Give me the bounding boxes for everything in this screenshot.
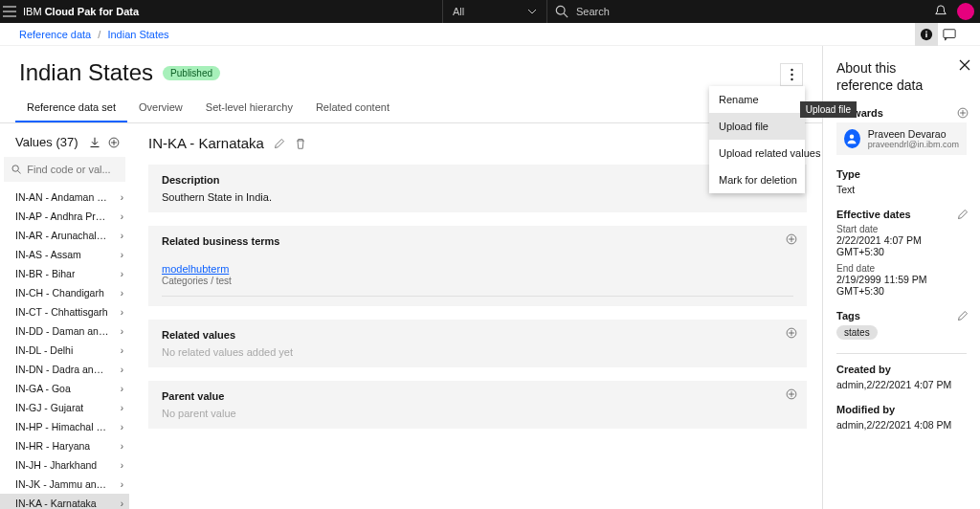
user-avatar[interactable] — [957, 3, 974, 20]
value-row-label: IN-AN - Andaman an... — [15, 191, 109, 203]
value-row-label: IN-CT - Chhattisgarh — [15, 306, 108, 318]
value-row-label: IN-JH - Jharkhand — [15, 459, 97, 471]
value-row-label: IN-HP - Himachal Pra... — [15, 421, 109, 432]
tag[interactable]: states — [836, 325, 878, 340]
delete-icon[interactable] — [295, 138, 306, 149]
start-date-value: 2/22/2021 4:07 PM GMT+5:30 — [836, 234, 922, 257]
svg-rect-2 — [925, 33, 926, 36]
chevron-right-icon: › — [121, 365, 123, 375]
value-row[interactable]: IN-AP - Andhra Prade...› — [0, 207, 129, 226]
menu-mark-deletion[interactable]: Mark for deletion — [709, 166, 805, 193]
overflow-menu-button[interactable] — [780, 63, 803, 86]
created-by-value: admin,2/22/2021 4:07 PM — [836, 379, 951, 390]
svg-rect-3 — [925, 31, 926, 32]
type-value: Text — [836, 184, 855, 195]
value-row[interactable]: IN-DL - Delhi› — [0, 341, 129, 360]
edit-icon[interactable] — [957, 209, 969, 220]
description-value: Southern State in India. — [162, 191, 793, 203]
svg-point-7 — [791, 78, 792, 80]
value-row-label: IN-HR - Haryana — [15, 440, 90, 452]
global-header: IBM Cloud Pak for Data All Search — [0, 0, 980, 23]
download-icon[interactable] — [89, 137, 100, 148]
value-row-label: IN-AR - Arunachal Pr... — [15, 230, 109, 241]
menu-icon[interactable] — [0, 6, 19, 17]
breadcrumb: Reference data / Indian States — [19, 29, 169, 40]
chevron-right-icon: › — [121, 211, 123, 222]
modified-by-value: admin,2/22/2021 4:08 PM — [836, 419, 951, 431]
add-icon[interactable] — [786, 233, 797, 245]
steward-name: Praveen Devarao — [868, 128, 959, 140]
value-row[interactable]: IN-HR - Haryana› — [0, 436, 129, 455]
value-row[interactable]: IN-GJ - Gujarat› — [0, 398, 129, 417]
overflow-menu: Rename Upload file Upload related values… — [709, 86, 805, 193]
breadcrumb-bar: Reference data / Indian States — [0, 23, 980, 46]
description-panel: Description Southern State in India. — [148, 165, 807, 212]
tab-overview[interactable]: Overview — [127, 94, 194, 122]
business-term-link[interactable]: modelhubterm — [162, 263, 229, 275]
svg-point-14 — [850, 135, 855, 140]
value-row[interactable]: IN-AS - Assam› — [0, 245, 129, 264]
value-row[interactable]: IN-JH - Jharkhand› — [0, 455, 129, 475]
value-row-label: IN-GJ - Gujarat — [15, 402, 83, 413]
value-row[interactable]: IN-DD - Daman and Diu› — [0, 321, 129, 341]
value-row-label: IN-AS - Assam — [15, 249, 81, 260]
steward-card[interactable]: Praveen Devarao praveendrl@in.ibm.com — [836, 122, 967, 155]
chevron-right-icon: › — [121, 422, 123, 432]
info-icon[interactable] — [915, 23, 938, 46]
value-row[interactable]: IN-JK - Jammu and K...› — [0, 475, 129, 494]
value-row[interactable]: IN-AN - Andaman an...› — [0, 188, 129, 207]
menu-upload-file[interactable]: Upload file — [709, 113, 805, 140]
notifications-icon[interactable] — [934, 5, 947, 18]
edit-icon[interactable] — [274, 138, 285, 149]
add-icon[interactable] — [786, 327, 797, 339]
value-row-label: IN-BR - Bihar — [15, 268, 75, 279]
breadcrumb-root[interactable]: Reference data — [19, 29, 91, 40]
steward-avatar-icon — [844, 129, 860, 148]
created-by-label: Created by — [836, 364, 967, 375]
value-row[interactable]: IN-GA - Goa› — [0, 379, 129, 398]
related-values-label: Related values — [162, 329, 793, 341]
breadcrumb-current[interactable]: Indian States — [107, 29, 168, 40]
type-label: Type — [836, 168, 967, 180]
related-values-panel: Related values No related values added y… — [148, 320, 807, 367]
menu-upload-related[interactable]: Upload related values — [709, 140, 805, 166]
chevron-right-icon: › — [121, 441, 123, 452]
brand: IBM Cloud Pak for Data — [19, 6, 139, 17]
value-row-label: IN-CH - Chandigarh — [15, 287, 104, 299]
chevron-right-icon: › — [121, 250, 123, 260]
svg-point-6 — [791, 74, 792, 76]
svg-point-0 — [556, 6, 565, 14]
chevron-right-icon: › — [121, 307, 123, 318]
chevron-right-icon: › — [121, 403, 123, 413]
add-icon[interactable] — [108, 137, 120, 148]
tab-related-content[interactable]: Related content — [304, 94, 401, 122]
value-row[interactable]: IN-KA - Karnataka› — [0, 494, 129, 509]
values-search-input[interactable] — [27, 164, 118, 175]
modified-by-label: Modified by — [836, 404, 967, 415]
close-icon[interactable] — [959, 59, 970, 71]
chat-icon[interactable] — [938, 23, 961, 46]
value-row[interactable]: IN-CT - Chhattisgarh› — [0, 302, 129, 321]
svg-rect-4 — [944, 29, 955, 37]
value-row[interactable]: IN-AR - Arunachal Pr...› — [0, 226, 129, 245]
menu-rename[interactable]: Rename — [709, 86, 805, 113]
add-icon[interactable] — [786, 388, 797, 400]
values-search[interactable] — [4, 157, 125, 182]
global-search[interactable]: Search — [555, 5, 610, 18]
value-row[interactable]: IN-DN - Dadra and N...› — [0, 360, 129, 379]
tab-set-level-hierarchy[interactable]: Set-level hierarchy — [194, 94, 304, 122]
chevron-right-icon: › — [121, 460, 123, 471]
edit-icon[interactable] — [957, 310, 969, 321]
chevron-right-icon: › — [121, 288, 123, 299]
value-row[interactable]: IN-CH - Chandigarh› — [0, 283, 129, 302]
chevron-right-icon: › — [121, 231, 123, 241]
scope-selector[interactable]: All — [442, 0, 547, 23]
value-row[interactable]: IN-BR - Bihar› — [0, 264, 129, 283]
related-terms-panel: Related business terms modelhubterm Cate… — [148, 226, 807, 306]
tabs: Reference data set Overview Set-level hi… — [0, 94, 822, 123]
value-row[interactable]: IN-HP - Himachal Pra...› — [0, 417, 129, 436]
tab-reference-data-set[interactable]: Reference data set — [15, 94, 127, 122]
add-icon[interactable] — [957, 107, 969, 119]
steward-email: praveendrl@in.ibm.com — [868, 140, 959, 149]
value-row-label: IN-KA - Karnataka — [15, 498, 97, 509]
